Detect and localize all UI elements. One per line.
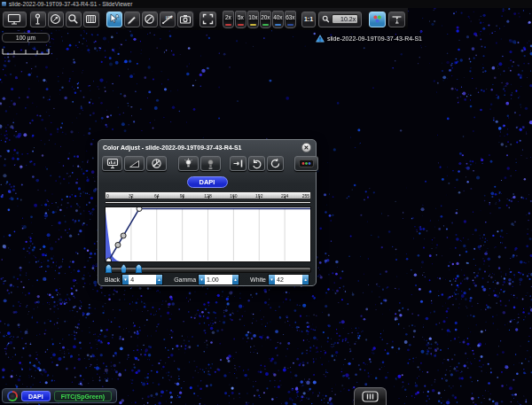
zoom-level-value[interactable]: 10.2x <box>332 14 358 24</box>
monitor-icon <box>7 13 21 25</box>
dialog-titlebar[interactable]: Color Adjust - slide-2022-09-19T09-37-43… <box>98 140 316 153</box>
reset-circle-icon <box>270 158 281 169</box>
histogram-monitor-icon <box>106 158 119 169</box>
slide-tray-handle[interactable] <box>354 387 387 405</box>
gamma-field: Gamma ▾ ▴ <box>174 274 239 285</box>
slide-label-text: slide-2022-09-19T09-37-43-R4-S1 <box>327 35 422 42</box>
rgb-wheel-icon[interactable] <box>7 391 18 401</box>
gradient-strip <box>105 201 311 204</box>
magnification-button-5x[interactable]: 5x <box>235 11 246 28</box>
intensity-ruler: 0326496128160192224255 <box>105 191 311 199</box>
magnification-button-10x[interactable]: 10x <box>247 11 259 28</box>
pin-icon <box>32 13 43 25</box>
dialog-close-button[interactable]: ✕ <box>301 143 311 152</box>
curve-plot[interactable] <box>105 206 311 262</box>
channel-tab-dapi[interactable]: DAPI <box>21 391 51 401</box>
ruler-tick-label: 0 <box>106 192 109 199</box>
scale-bar-label: 100 µm <box>2 33 50 43</box>
white-point-handle[interactable] <box>136 264 142 273</box>
svg-text:µm: µm <box>166 14 172 19</box>
black-label: Black <box>105 276 120 283</box>
level-slider-icon <box>391 13 403 25</box>
main-toolbar: µm 2x5x10x20x40x63x 1:1 10.2x <box>0 8 408 30</box>
arrow-into-bar-icon <box>232 158 244 169</box>
window-title: slide-2022-09-19T09-37-43-R4-S1 - SlideV… <box>9 0 132 8</box>
slide-label: slide-2022-09-19T09-37-43-R4-S1 <box>316 35 422 43</box>
slash-circle-icon <box>144 13 155 25</box>
black-field: Black ▾ ▴ <box>105 274 163 285</box>
auto-darken-button[interactable] <box>200 156 221 171</box>
color-adjust-dialog: Color Adjust - slide-2022-09-19T09-37-43… <box>98 139 317 286</box>
slide-label-button[interactable] <box>83 12 99 27</box>
hide-annotations-button[interactable] <box>142 12 158 27</box>
fullscreen-icon <box>202 13 214 25</box>
channel-bar: DAPI FITC(SpGreen) <box>2 388 117 403</box>
fit-to-screen-button[interactable] <box>200 12 216 27</box>
zoom-level-box[interactable]: 10.2x <box>318 12 362 27</box>
undo-arrow-icon <box>251 158 262 169</box>
magnification-button-2x[interactable]: 2x <box>223 11 234 28</box>
annotation-tools-group: µm <box>106 11 194 28</box>
ruler-tick-label: 255 <box>302 192 309 199</box>
levels-slider <box>105 264 311 274</box>
zoom-magnifier-icon <box>322 15 330 23</box>
histogram-display-button[interactable] <box>102 156 122 171</box>
disable-color-button[interactable] <box>146 156 167 171</box>
white-increment-arrow[interactable]: ▴ <box>302 275 309 284</box>
slider-track[interactable] <box>105 267 311 273</box>
gamma-input[interactable] <box>205 275 232 284</box>
white-field: White ▾ ▴ <box>250 274 309 285</box>
channel-tab-fitc[interactable]: FITC(SpGreen) <box>54 391 112 401</box>
level-fields: Black ▾ ▴ Gamma ▾ ▴ White ▾ <box>98 274 316 285</box>
undo-button[interactable] <box>248 156 265 171</box>
magnification-button-40x[interactable]: 40x <box>272 11 284 28</box>
dialog-apply-group <box>230 156 284 171</box>
one-to-one-button[interactable]: 1:1 <box>301 12 316 27</box>
measure-tool-button[interactable]: µm <box>160 12 176 27</box>
color-adjust-button[interactable] <box>369 12 386 27</box>
white-decrement-arrow[interactable]: ▾ <box>269 275 275 284</box>
white-input[interactable] <box>275 275 302 284</box>
levels-wedge-icon <box>129 158 140 169</box>
rgb-circles-icon <box>372 13 383 25</box>
apply-to-all-button[interactable] <box>230 156 246 171</box>
levels-wedge-button[interactable] <box>124 156 145 171</box>
barcode-icon <box>85 13 97 25</box>
dialog-brightness-group <box>178 156 221 171</box>
cursor-icon <box>108 13 120 25</box>
bulb-plus-icon <box>183 158 194 169</box>
gamma-increment-arrow[interactable]: ▴ <box>232 275 239 284</box>
compass-icon <box>50 13 61 25</box>
reset-button[interactable] <box>267 156 284 171</box>
slide-tray-icon <box>362 391 379 402</box>
tracking-pin-button[interactable] <box>30 12 46 27</box>
channel-select-button[interactable]: DAPI <box>187 176 228 188</box>
magnification-button-20x[interactable]: 20x <box>260 11 271 28</box>
pointer-tool-button[interactable] <box>106 12 122 27</box>
auto-brighten-button[interactable] <box>178 156 199 171</box>
black-input[interactable] <box>129 275 156 284</box>
app-icon <box>2 2 6 6</box>
warning-icon <box>316 35 325 43</box>
display-settings-button[interactable] <box>3 12 27 27</box>
navigator-button[interactable] <box>48 12 64 27</box>
magnifier-window-button[interactable] <box>66 12 82 27</box>
camera-icon <box>179 13 192 25</box>
annotate-pen-button[interactable] <box>124 12 140 27</box>
black-point-handle[interactable] <box>106 264 112 273</box>
gamma-decrement-arrow[interactable]: ▾ <box>199 275 205 284</box>
channel-colors-button[interactable] <box>294 156 318 171</box>
view-tools-group <box>29 11 100 28</box>
levels-adjust-button[interactable] <box>388 12 405 27</box>
snapshot-button[interactable] <box>177 12 193 27</box>
black-decrement-arrow[interactable]: ▾ <box>122 275 129 284</box>
measure-icon: µm <box>161 13 174 25</box>
transfer-curve <box>106 207 310 261</box>
white-label: White <box>250 276 266 283</box>
magnification-button-63x[interactable]: 63x <box>285 11 296 28</box>
gamma-label: Gamma <box>174 276 196 283</box>
scale-bar: 100 µm <box>2 33 50 58</box>
color-wheel-slash-icon <box>151 158 162 169</box>
pen-icon <box>126 13 137 25</box>
black-increment-arrow[interactable]: ▴ <box>156 275 162 284</box>
